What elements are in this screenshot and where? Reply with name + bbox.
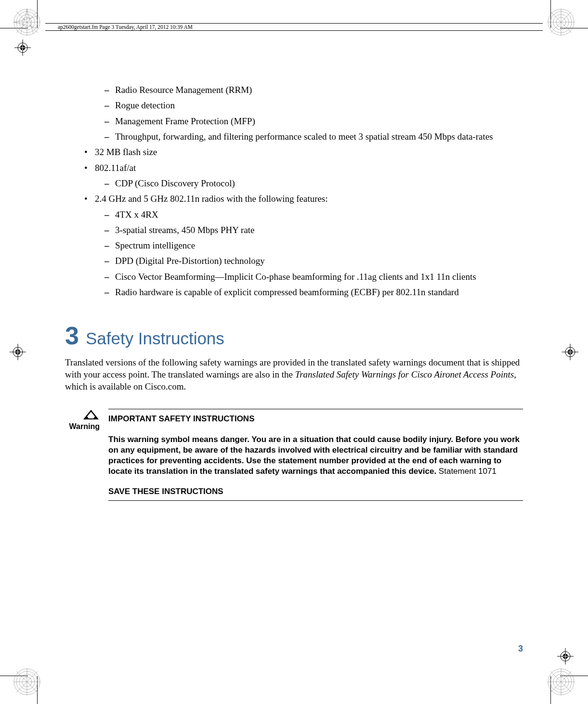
warning-content: IMPORTANT SAFETY INSTRUCTIONS This warni… — [108, 409, 523, 501]
list-item: Radio hardware is capable of explicit co… — [95, 287, 523, 298]
section-title: Safety Instructions — [86, 329, 224, 348]
page-number: 3 — [518, 644, 523, 654]
list-item-text: 2.4 GHz and 5 GHz 802.11n radios with th… — [95, 194, 328, 204]
list-item: Throughput, forwarding, and filtering pe… — [95, 131, 523, 143]
registration-mark-icon — [557, 648, 574, 665]
list-item: Spectrum intelligence — [95, 240, 523, 251]
printer-mark-icon — [548, 9, 575, 36]
printer-mark-icon — [13, 9, 40, 36]
list-item: Management Frame Protection (MFP) — [95, 116, 523, 127]
registration-mark-icon — [10, 344, 26, 360]
warning-label-column: Warning — [65, 409, 100, 501]
divider — [108, 500, 523, 501]
printer-mark-icon — [548, 668, 575, 695]
list-item: Rogue detection — [95, 100, 523, 111]
section-heading: 3 Safety Instructions — [65, 321, 523, 350]
body-italic: Translated Safety Warnings for Cisco Air… — [295, 369, 514, 379]
list-item: Radio Resource Management (RRM) — [95, 84, 523, 96]
warning-title: IMPORTANT SAFETY INSTRUCTIONS — [108, 414, 523, 424]
printer-mark-icon — [13, 668, 40, 695]
page-content: Radio Resource Management (RRM) Rogue de… — [65, 84, 523, 501]
list-item: 802.11af/at CDP (Cisco Discovery Protoco… — [65, 162, 523, 190]
section-body: Translated versions of the following saf… — [65, 357, 523, 392]
list-item: DPD (Digital Pre-Distortion) technology — [95, 255, 523, 267]
warning-body-plain: Statement 1071 — [436, 467, 497, 476]
list-item-text: 802.11af/at — [95, 163, 136, 173]
registration-mark-icon — [14, 39, 31, 56]
warning-body: This warning symbol means danger. You ar… — [108, 434, 523, 476]
list-item: 4TX x 4RX — [95, 209, 523, 221]
registration-mark-icon — [562, 344, 578, 360]
warning-block: Warning IMPORTANT SAFETY INSTRUCTIONS Th… — [65, 409, 523, 501]
warning-save: SAVE THESE INSTRUCTIONS — [108, 487, 523, 496]
list-item: Cisco Vector Beamforming—Implicit Co-pha… — [95, 271, 523, 283]
section-number: 3 — [65, 321, 79, 350]
divider — [108, 409, 523, 409]
page-header: ap2600getstart.fm Page 3 Tuesday, April … — [45, 23, 543, 31]
header-text: ap2600getstart.fm Page 3 Tuesday, April … — [58, 24, 193, 30]
warning-icon — [82, 409, 100, 420]
list-item: 32 MB flash size — [65, 146, 523, 158]
warning-label: Warning — [69, 422, 100, 431]
list-item: 3-spatial streams, 450 Mbps PHY rate — [95, 224, 523, 236]
list-item: 2.4 GHz and 5 GHz 802.11n radios with th… — [65, 193, 523, 298]
list-item: CDP (Cisco Discovery Protocol) — [95, 178, 523, 189]
